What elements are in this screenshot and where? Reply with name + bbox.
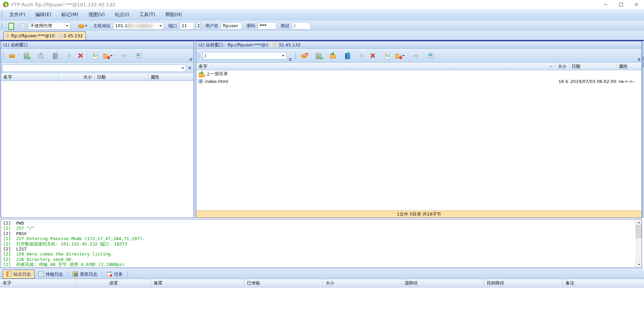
local-system-button[interactable] (134, 51, 143, 61)
blurred-text (127, 24, 153, 28)
transfer-button[interactable] (412, 51, 421, 61)
port-input[interactable]: 21 (179, 22, 194, 30)
host-value: 101.1 (115, 23, 153, 28)
toolbar-overflow-icon[interactable] (637, 57, 641, 62)
separator (88, 52, 88, 60)
panel1-file-list[interactable] (1, 81, 194, 218)
tab-transfer-log[interactable]: 传输日志 (35, 270, 66, 279)
column-date[interactable]: 日期 (569, 63, 616, 70)
queue-list[interactable] (0, 287, 644, 322)
compare-folders-button[interactable] (101, 51, 114, 61)
queue-column-size[interactable]: 大小 (323, 279, 402, 287)
toolbar-overflow-icon[interactable] (187, 66, 192, 71)
path-label: 路径 (281, 23, 289, 29)
log-scrollbar[interactable] (636, 220, 641, 267)
bookmarks-button[interactable] (343, 51, 352, 61)
queue-column-name[interactable]: 名字 (0, 279, 76, 287)
bookmark-icon (344, 52, 351, 59)
upload-button[interactable] (36, 51, 46, 61)
dock-handle[interactable] (643, 56, 644, 61)
chevron-down-icon (110, 55, 113, 56)
connect-button[interactable] (7, 51, 17, 61)
menu-tools[interactable]: 工具(T) (134, 9, 160, 20)
menu-view[interactable]: 视图(V) (84, 9, 110, 20)
abort-button[interactable] (368, 51, 377, 61)
computer-icon (135, 52, 142, 59)
minimize-icon[interactable] (598, 0, 613, 9)
separator (73, 22, 73, 30)
dock-handle[interactable] (643, 62, 644, 67)
sync-browse-button[interactable] (22, 51, 31, 61)
connection-toolbar: 不使用代理 主机地址 101.1 端口 21 用户名 ftpuser 密码 **… (0, 20, 644, 31)
column-attr[interactable]: 属性 (616, 63, 642, 70)
table-row[interactable]: index.html 16 b 2019/07/03 06:02:00 rw-r… (196, 78, 642, 85)
quick-connect-button[interactable] (76, 21, 89, 31)
queue-column-source-path[interactable]: 源路径 (402, 279, 484, 287)
refresh-list-button[interactable] (90, 51, 100, 61)
port-stepper[interactable] (196, 22, 201, 30)
start-transfer-button[interactable] (65, 51, 74, 61)
column-date[interactable]: 日期 (95, 74, 148, 81)
panel1-address-input[interactable] (2, 64, 186, 72)
folder-check-icon (395, 52, 402, 59)
parent-directory-button[interactable] (328, 51, 338, 61)
proxy-select[interactable]: 不使用代理 (28, 22, 70, 30)
menu-help[interactable]: 帮助(H) (160, 9, 187, 20)
panel2-path-input[interactable]: / (203, 52, 286, 59)
queue-column-speed[interactable]: 速度 (151, 279, 244, 287)
refresh-list-button[interactable] (382, 51, 392, 61)
panel1-title: (1) 远程窗口 (1, 41, 194, 49)
queue-column-progress[interactable]: 进度 (76, 279, 151, 287)
local-system-button[interactable] (426, 51, 435, 61)
new-session-button[interactable] (6, 21, 15, 31)
username-input[interactable]: ftpuser (221, 22, 242, 30)
transfer-button[interactable] (119, 51, 129, 61)
abort-button[interactable] (76, 51, 85, 61)
log-line: [2] 227 Entering Passive Mode (172,17,47… (3, 236, 634, 241)
scroll-up-icon[interactable] (636, 220, 642, 225)
menu-edit[interactable]: 编辑(E) (30, 9, 56, 20)
queue-column-transferred[interactable]: 已传输 (244, 279, 323, 287)
column-size[interactable]: 大小 (59, 74, 95, 81)
bookmarks-button[interactable] (51, 51, 60, 61)
queue-column-remark[interactable]: 备注 (563, 279, 644, 287)
log-line: [2] 打开数据连接到主机: 101.132.45.132 端口: 18373 (3, 241, 634, 246)
tab-tasks[interactable]: 任务 (104, 270, 126, 279)
log-tab-bar: 站点日志 传输日志 系统日志 任务 (0, 268, 644, 279)
menu-bar: 文件(F) 编辑(E) 标记(M) 视图(V) 站点(I) 工具(T) 帮助(H… (0, 9, 644, 20)
tab-site-log[interactable]: 站点日志 (3, 270, 35, 279)
file-date: 2019/07/03 06:02:00 (569, 78, 616, 85)
start-transfer-button[interactable] (357, 51, 367, 61)
separator (102, 271, 102, 277)
password-input[interactable]: *** (258, 22, 276, 30)
spin-down-icon (198, 26, 200, 28)
toolbar-overflow-icon[interactable] (288, 57, 292, 62)
scrollbar-thumb[interactable] (636, 225, 642, 238)
panel1-address-row (1, 63, 194, 74)
column-name[interactable]: 名字 (1, 74, 59, 81)
path-input[interactable]: / (292, 22, 311, 30)
server-sync-icon (315, 52, 322, 59)
column-attr[interactable]: 属性 (148, 74, 194, 81)
column-name[interactable]: 名字 (196, 63, 555, 70)
session-tab[interactable]: ftp://ftpuser:***@102.45.132 (3, 31, 86, 40)
toolbar-overflow-icon[interactable] (189, 57, 193, 62)
maximize-icon[interactable] (613, 0, 629, 9)
disconnect-button[interactable] (300, 51, 309, 61)
column-size[interactable]: 大小 (555, 63, 569, 70)
sync-browse-button[interactable] (314, 51, 323, 61)
queue-column-dest-path[interactable]: 目的路径 (484, 279, 563, 287)
scroll-down-icon[interactable] (636, 262, 642, 267)
menu-file[interactable]: 文件(F) (4, 9, 30, 20)
menu-mark[interactable]: 标记(M) (56, 9, 84, 20)
port-label: 端口 (168, 23, 177, 29)
host-input[interactable]: 101.1 (113, 22, 164, 30)
separator (68, 271, 68, 277)
menu-site[interactable]: 站点(I) (110, 9, 134, 20)
snapshot-button[interactable] (17, 21, 26, 31)
compare-folders-button[interactable] (393, 51, 407, 61)
queue-column-header: 名字 进度 速度 已传输 大小 源路径 目的路径 备注 (0, 279, 644, 287)
table-row[interactable]: 上一层目录 (196, 70, 642, 78)
close-icon[interactable] (629, 0, 644, 9)
tab-system-log[interactable]: 系统日志 (69, 270, 101, 279)
